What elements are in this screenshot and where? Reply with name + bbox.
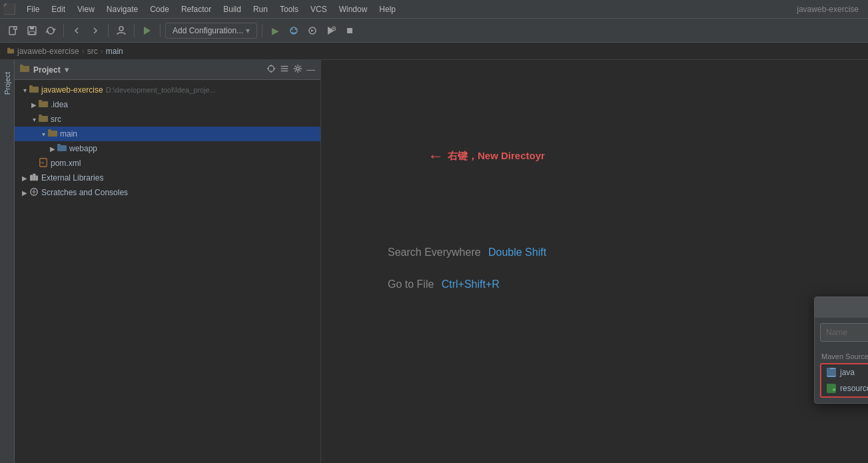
svg-rect-48 [827,369,836,376]
collapse-all-button[interactable] [280,64,289,75]
svg-rect-52 [833,388,835,391]
tree-item-pom[interactable]: m pom.xml [15,156,320,171]
svg-rect-38 [57,145,67,151]
stop-build-button[interactable] [304,23,320,39]
toolbar: Add Configuration... ▾ ▶ [0,19,868,43]
tree-item-root[interactable]: ▾ javaweb-exercise D:\development_tool\I… [15,83,320,97]
svg-rect-30 [29,87,39,93]
breadcrumb-src[interactable]: src [87,47,98,56]
minimize-button[interactable]: — [306,65,315,75]
expand-arrow-main: ▾ [39,129,48,139]
search-shortcut: Double Shift [488,246,546,258]
tree-item-ext-libs[interactable]: ▶ External Libraries [15,171,320,185]
user-button[interactable] [113,23,129,39]
menu-code[interactable]: Code [145,3,175,16]
menu-run[interactable]: Run [248,3,273,16]
svg-rect-18 [7,47,10,49]
menu-navigate[interactable]: Navigate [101,3,143,16]
breadcrumb-sep-1: › [82,47,85,56]
main-content-area: ← 右键，New Directoyr Search Everywhere Dou… [321,60,868,463]
tree-item-webapp[interactable]: ▶ webapp [15,141,320,156]
project-tree: ▾ javaweb-exercise D:\development_tool\I… [15,80,320,463]
annotation-text: 右键，New Directoyr [448,150,545,163]
suggestion-java-label: java [840,368,855,377]
new-directory-dialog: New Directory Maven Source Directories j… [814,296,868,404]
tree-item-main[interactable]: ▾ main [15,127,320,141]
ext-libs-label: External Libraries [41,173,103,183]
suggestion-java[interactable]: java [821,364,868,380]
svg-rect-42 [30,175,33,181]
idea-folder-icon [39,99,48,110]
panel-dropdown-arrow[interactable]: ▾ [65,65,69,75]
svg-point-10 [295,29,296,30]
annotation: ← 右键，New Directoyr [428,147,545,165]
run-button[interactable]: ▶ [267,23,283,39]
menu-vcs[interactable]: VCS [305,3,332,16]
main-label: main [60,129,77,139]
locate-button[interactable] [266,64,276,75]
tree-item-idea[interactable]: ▶ .idea [15,97,320,112]
svg-point-21 [268,66,274,72]
menu-view[interactable]: View [72,3,100,16]
separator-1 [63,24,64,37]
breadcrumb-root[interactable]: javaweb-exercise [17,47,79,56]
svg-point-29 [296,67,299,70]
ext-libs-icon [29,173,39,183]
side-tab: Project [0,60,15,463]
green-arrow-button[interactable] [139,23,155,39]
root-label: javaweb-exercise [41,85,103,95]
src-label: src [51,115,61,124]
dialog-suggestions-section: Maven Source Directories java [815,347,868,403]
menu-tools[interactable]: Tools [274,3,304,16]
goto-file-hint: Go to File Ctrl+Shift+R [388,278,500,290]
menu-edit[interactable]: Edit [46,3,71,16]
webapp-label: webapp [69,144,97,153]
main-folder-icon [48,129,57,139]
panel-header: Project ▾ — [15,60,320,80]
breadcrumb-main[interactable]: main [106,47,123,56]
main-layout: Project Project ▾ — ▾ [0,60,868,463]
forward-button[interactable] [87,23,103,39]
pom-label: pom.xml [51,159,81,168]
menu-refactor[interactable]: Refactor [176,3,217,16]
add-config-arrow: ▾ [246,26,250,35]
stop-button[interactable] [342,23,358,39]
dialog-title: New Directory [815,297,868,318]
pom-file-icon: m [39,158,48,169]
menu-help[interactable]: Help [374,3,401,16]
dialog-input-wrap [815,318,868,347]
search-everywhere-hint: Search Everywhere Double Shift [388,246,546,258]
svg-rect-20 [20,65,23,67]
add-config-label: Add Configuration... [173,26,243,35]
editor-background [321,60,868,463]
goto-shortcut: Ctrl+Shift+R [442,278,500,290]
back-button[interactable] [69,23,85,39]
add-configuration-button[interactable]: Add Configuration... ▾ [165,23,257,39]
svg-rect-33 [39,100,42,102]
save-button[interactable] [24,23,40,39]
svg-rect-2 [14,27,17,29]
menu-build[interactable]: Build [218,3,246,16]
new-directory-input[interactable] [820,323,868,342]
debug-button[interactable] [286,23,302,39]
svg-rect-4 [30,27,34,29]
new-file-button[interactable] [5,23,21,39]
menu-file[interactable]: File [21,3,45,16]
panel-title: Project [33,65,61,75]
suggestion-resources[interactable]: resources [821,380,868,396]
maven-suggestions-list: java resources [820,363,868,398]
project-panel: Project ▾ — ▾ javaweb-exerci [15,60,321,463]
tree-item-src[interactable]: ▾ src [15,112,320,127]
menu-window[interactable]: Window [334,3,373,16]
svg-rect-43 [33,174,35,181]
synchronize-button[interactable] [43,23,59,39]
settings-button[interactable] [293,64,302,75]
menu-bar: ⬛ File Edit View Navigate Code Refactor … [0,0,868,19]
run-coverage-button[interactable] [323,23,339,39]
webapp-folder-icon [57,143,67,154]
project-tab[interactable]: Project [1,67,14,100]
scratches-icon [29,187,39,199]
tree-item-scratches[interactable]: ▶ Scratches and Consoles [15,185,320,200]
separator-3 [134,24,135,37]
annotation-arrow-icon: ← [428,147,444,165]
